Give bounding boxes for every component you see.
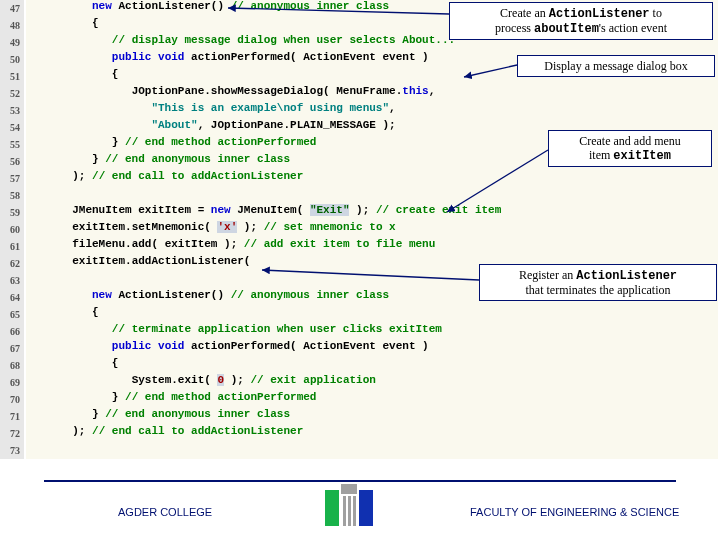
text: 's action event <box>599 21 667 35</box>
svg-rect-5 <box>359 490 373 526</box>
line-number: 67 <box>0 340 24 357</box>
text: item <box>589 148 613 162</box>
slide: 4748495051525354555657585960616263646566… <box>0 0 720 540</box>
line-number: 71 <box>0 408 24 425</box>
line-number: 72 <box>0 425 24 442</box>
line-number: 68 <box>0 357 24 374</box>
line-number: 58 <box>0 187 24 204</box>
line-number: 69 <box>0 374 24 391</box>
text: that terminates the application <box>526 283 671 297</box>
code-line: } // end method actionPerformed <box>26 391 718 408</box>
code-line: JMenuItem exitItem = new JMenuItem( "Exi… <box>26 204 718 221</box>
svg-rect-8 <box>348 496 351 526</box>
line-number: 52 <box>0 85 24 102</box>
code-line: // terminate application when user click… <box>26 323 718 340</box>
svg-rect-9 <box>353 496 356 526</box>
code-ref: exitItem <box>613 149 671 163</box>
line-number: 47 <box>0 0 24 17</box>
code-ref: ActionListener <box>549 7 650 21</box>
code-line: "This is an example\nof using menus", <box>26 102 718 119</box>
code-line: } // end anonymous inner class <box>26 408 718 425</box>
line-number: 56 <box>0 153 24 170</box>
line-number: 64 <box>0 289 24 306</box>
text: Create and add menu <box>579 134 681 148</box>
code-line: ); // end call to addActionListener <box>26 170 718 187</box>
line-number: 66 <box>0 323 24 340</box>
line-number: 59 <box>0 204 24 221</box>
svg-rect-6 <box>341 484 357 494</box>
code-line: { <box>26 357 718 374</box>
line-number: 54 <box>0 119 24 136</box>
callout-dialog: Display a message dialog box <box>517 55 715 77</box>
footer-rule <box>44 480 676 482</box>
code-line <box>26 187 718 204</box>
code-ref: aboutItem <box>534 22 599 36</box>
code-line: ); // end call to addActionListener <box>26 425 718 442</box>
text: Register an <box>519 268 576 282</box>
code-ref: ActionListener <box>576 269 677 283</box>
callout-action-listener: Create an ActionListener to process abou… <box>449 2 713 40</box>
line-number: 55 <box>0 136 24 153</box>
line-number: 70 <box>0 391 24 408</box>
line-number: 60 <box>0 221 24 238</box>
line-number: 73 <box>0 442 24 459</box>
line-number: 48 <box>0 17 24 34</box>
code-line: JOptionPane.showMessageDialog( MenuFrame… <box>26 85 718 102</box>
text: Create an <box>500 6 549 20</box>
line-number: 50 <box>0 51 24 68</box>
line-number: 63 <box>0 272 24 289</box>
code-line: System.exit( 0 ); // exit application <box>26 374 718 391</box>
line-number-gutter: 4748495051525354555657585960616263646566… <box>0 0 24 459</box>
text: to <box>650 6 662 20</box>
callout-exit-item: Create and add menu item exitItem <box>548 130 712 167</box>
svg-rect-4 <box>325 490 339 526</box>
line-number: 53 <box>0 102 24 119</box>
footer-right: FACULTY OF ENGINEERING & SCIENCE <box>470 506 679 518</box>
code-line: public void actionPerformed( ActionEvent… <box>26 340 718 357</box>
text: process <box>495 21 534 35</box>
text: Display a message dialog box <box>544 59 687 73</box>
code-line: fileMenu.add( exitItem ); // add exit it… <box>26 238 718 255</box>
college-logo <box>325 484 375 536</box>
line-number: 49 <box>0 34 24 51</box>
footer-left: AGDER COLLEGE <box>118 506 212 518</box>
line-number: 62 <box>0 255 24 272</box>
code-line <box>26 442 718 459</box>
line-number: 57 <box>0 170 24 187</box>
callout-register-listener: Register an ActionListener that terminat… <box>479 264 717 301</box>
line-number: 65 <box>0 306 24 323</box>
line-number: 61 <box>0 238 24 255</box>
code-line: exitItem.setMnemonic( 'x' ); // set mnem… <box>26 221 718 238</box>
line-number: 51 <box>0 68 24 85</box>
svg-rect-7 <box>343 496 346 526</box>
code-line: { <box>26 306 718 323</box>
